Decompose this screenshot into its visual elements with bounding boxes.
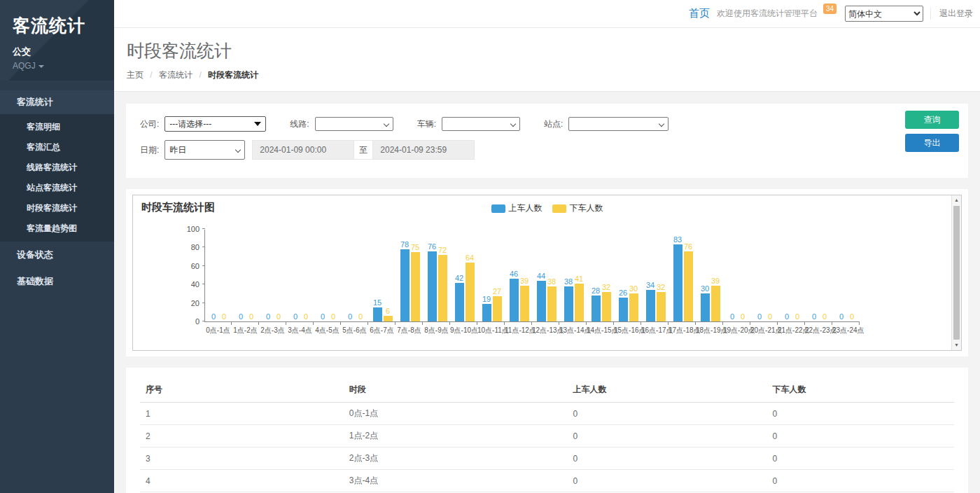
export-button[interactable]: 导出 [905, 134, 959, 152]
filter-row-1: 公司: ---请选择--- 线路: 车辆: 站点: [140, 116, 954, 132]
bar[interactable] [510, 279, 519, 321]
bar-wrap: 0 [728, 312, 737, 321]
sidebar-item-0-4[interactable]: 时段客流统计 [0, 198, 114, 218]
bar-value-label: 19 [482, 295, 491, 303]
line-select[interactable] [315, 117, 393, 131]
bar[interactable] [629, 293, 638, 321]
bar-value-label: 38 [547, 277, 556, 286]
bar-group: 7875 [396, 229, 424, 321]
date-preset-select[interactable]: 昨日 [164, 140, 245, 160]
bar-group: 00 [751, 229, 778, 321]
table-cell: 2点-3点 [344, 447, 568, 470]
bar-group: 4639 [505, 229, 533, 321]
bar[interactable] [400, 249, 410, 321]
bar[interactable] [428, 251, 437, 321]
bar-value-label: 0 [321, 312, 325, 321]
chart-scrollbar[interactable]: ▲ ▼ [951, 195, 961, 350]
date-to-input[interactable] [372, 140, 475, 160]
bar[interactable] [701, 293, 710, 321]
breadcrumb: 主页 / 客流统计 / 时段客流统计 [127, 69, 980, 81]
bar-value-label: 44 [537, 272, 545, 280]
x-axis-label: 0点-1点 [204, 322, 232, 335]
bar[interactable] [673, 244, 682, 321]
org-code-dropdown[interactable]: AQGJ [13, 61, 114, 71]
bar-wrap: 0 [329, 312, 338, 321]
table-column-header: 上车人数 [568, 377, 767, 403]
bar-group: 00 [232, 229, 260, 321]
logout-link[interactable]: 退出登录 [930, 8, 973, 20]
bar-wrap: 39 [711, 277, 720, 321]
bar-value-label: 78 [400, 240, 409, 249]
x-axis-label: 7点-8点 [396, 322, 423, 335]
bar-value-label: 39 [711, 277, 720, 285]
bar[interactable] [411, 252, 420, 321]
bar[interactable] [547, 286, 556, 321]
home-link[interactable]: 首页 [689, 7, 710, 20]
bar[interactable] [455, 283, 464, 321]
x-axis-label: 3点-4点 [286, 322, 314, 335]
query-button[interactable]: 查询 [905, 111, 959, 129]
bar-value-label: 42 [455, 274, 463, 282]
language-select[interactable]: 简体中文 [845, 6, 923, 22]
bar[interactable] [493, 296, 502, 321]
breadcrumb-parent[interactable]: 客流统计 [159, 70, 192, 80]
y-axis-tick: 40 [191, 280, 205, 289]
bar[interactable] [482, 304, 491, 321]
bar-wrap: 0 [820, 312, 830, 321]
breadcrumb-home[interactable]: 主页 [127, 70, 144, 80]
x-axis-label: 22点-23点 [805, 322, 832, 335]
bar-value-label: 32 [657, 283, 665, 291]
company-select[interactable]: ---请选择--- [164, 116, 266, 132]
x-axis-label: 15点-16点 [614, 322, 641, 335]
bar[interactable] [592, 296, 601, 321]
bar-value-label: 76 [684, 242, 692, 251]
bar-group: 8376 [669, 229, 696, 321]
bar[interactable] [646, 290, 655, 321]
table-header-row: 序号时段上车人数下车人数 [140, 377, 954, 403]
bar[interactable] [575, 284, 584, 321]
bar-wrap: 30 [701, 284, 710, 321]
table-cell: 0点-1点 [344, 403, 568, 425]
scrollbar-thumb[interactable] [953, 206, 960, 340]
bar[interactable] [684, 251, 693, 321]
bar[interactable] [619, 298, 628, 321]
scroll-down-icon[interactable]: ▼ [954, 340, 959, 350]
bar-group: 3432 [642, 229, 669, 321]
bar-wrap: 32 [602, 283, 611, 321]
bar-wrap: 0 [274, 312, 284, 321]
bar-wrap: 0 [209, 312, 218, 321]
bar-group: 3841 [560, 229, 587, 321]
sidebar-section-0[interactable]: 客流统计 [0, 90, 114, 114]
bar[interactable] [384, 316, 393, 321]
sidebar-item-0-0[interactable]: 客流明细 [0, 117, 114, 137]
sidebar-item-0-3[interactable]: 站点客流统计 [0, 178, 114, 198]
bar-wrap: 0 [738, 312, 748, 321]
bar[interactable] [465, 263, 475, 321]
sidebar-item-0-5[interactable]: 客流量趋势图 [0, 218, 114, 239]
date-from-input[interactable] [252, 140, 354, 160]
bar[interactable] [602, 292, 611, 321]
station-select[interactable] [568, 117, 668, 131]
vehicle-select[interactable] [442, 117, 520, 131]
bar[interactable] [564, 286, 573, 321]
sidebar-item-0-1[interactable]: 客流汇总 [0, 137, 114, 158]
bar-wrap: 46 [510, 270, 519, 321]
bar[interactable] [438, 255, 447, 321]
bar[interactable] [657, 292, 666, 321]
bar-value-label: 0 [795, 312, 799, 321]
bar[interactable] [537, 281, 546, 321]
bar-wrap: 19 [482, 295, 491, 321]
filter-row-2: 日期: 昨日 至 [140, 140, 954, 160]
x-axis-label: 19点-20点 [723, 322, 750, 335]
sidebar-section-1[interactable]: 设备状态 [0, 242, 114, 268]
chart-x-labels: 0点-1点1点-2点2点-3点3点-4点4点-5点5点-6点6点-7点7点-8点… [204, 322, 860, 335]
filter-buttons: 查询 导出 [905, 111, 959, 152]
bar[interactable] [520, 286, 529, 321]
sidebar-section-2[interactable]: 基础数据 [0, 268, 114, 295]
sidebar-item-0-2[interactable]: 线路客流统计 [0, 158, 114, 178]
bar[interactable] [711, 286, 720, 321]
table-cell: 0 [568, 403, 767, 425]
scroll-up-icon[interactable]: ▲ [954, 195, 959, 205]
bar-wrap: 32 [657, 283, 666, 321]
bar[interactable] [373, 307, 382, 321]
